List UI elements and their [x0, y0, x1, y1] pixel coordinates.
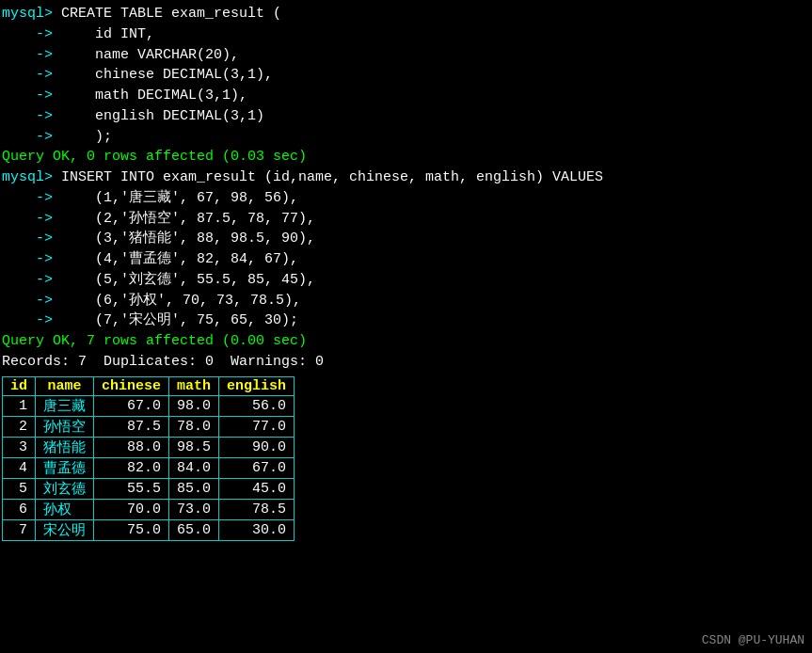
arrow-6: ->: [2, 108, 61, 124]
code-5: math DECIMAL(3,1),: [61, 88, 247, 104]
line-8: Query OK, 0 rows affected (0.03 sec): [2, 147, 810, 167]
line-15: -> (6,'孙权', 70, 73, 78.5),: [2, 291, 810, 311]
col-header-id: id: [3, 376, 36, 395]
arrow-12: ->: [2, 231, 61, 247]
line-1: mysql> CREATE TABLE exam_result (: [2, 4, 810, 24]
code-4: chinese DECIMAL(3,1),: [61, 67, 273, 83]
col-header-name: name: [36, 376, 94, 395]
line-11: -> (2,'孙悟空', 87.5, 78, 77),: [2, 209, 810, 230]
table-row: 5刘玄德55.585.045.0: [3, 478, 295, 499]
terminal: mysql> CREATE TABLE exam_result ( -> id …: [0, 0, 812, 653]
cell-english: 67.0: [219, 457, 295, 478]
cell-id: 6: [3, 499, 36, 519]
cell-id: 5: [3, 478, 36, 499]
cell-math: 65.0: [169, 519, 219, 540]
code-1: CREATE TABLE exam_result (: [61, 6, 281, 22]
code-11: (2,'孙悟空', 87.5, 78, 77),: [61, 211, 315, 227]
line-14: -> (5,'刘玄德', 55.5, 85, 45),: [2, 270, 810, 291]
line-7: -> );: [2, 127, 810, 148]
arrow-14: ->: [2, 272, 61, 288]
code-6: english DECIMAL(3,1): [61, 108, 264, 124]
code-10: (1,'唐三藏', 67, 98, 56),: [61, 190, 298, 206]
arrow-10: ->: [2, 190, 61, 206]
arrow-13: ->: [2, 251, 61, 267]
arrow-15: ->: [2, 293, 61, 309]
col-header-english: english: [219, 376, 295, 395]
code-9: INSERT INTO exam_result (id,name, chines…: [61, 169, 603, 185]
arrow-4: ->: [2, 67, 61, 83]
arrow-2: ->: [2, 26, 61, 42]
cell-math: 78.0: [169, 416, 219, 437]
cell-id: 3: [3, 437, 36, 457]
table-row: 6孙权70.073.078.5: [3, 499, 295, 519]
cell-english: 56.0: [219, 395, 295, 416]
code-14: (5,'刘玄德', 55.5, 85, 45),: [61, 272, 315, 288]
line-18: Records: 7 Duplicates: 0 Warnings: 0: [2, 352, 810, 373]
cell-english: 30.0: [219, 519, 295, 540]
cell-math: 98.5: [169, 437, 219, 457]
result-table-container: id name chinese math english 1唐三藏67.098.…: [2, 376, 810, 541]
cell-math: 73.0: [169, 499, 219, 519]
code-7: );: [61, 129, 112, 145]
cell-name: 曹孟德: [36, 457, 94, 478]
cell-id: 2: [3, 416, 36, 437]
code-3: name VARCHAR(20),: [61, 47, 239, 63]
arrow-7: ->: [2, 129, 61, 145]
table-header-row: id name chinese math english: [3, 376, 295, 395]
cell-chinese: 87.5: [94, 416, 169, 437]
cell-name: 猪悟能: [36, 437, 94, 457]
arrow-11: ->: [2, 211, 61, 227]
col-header-chinese: chinese: [94, 376, 169, 395]
cell-english: 77.0: [219, 416, 295, 437]
table-row: 4曹孟德82.084.067.0: [3, 457, 295, 478]
cell-id: 1: [3, 395, 36, 416]
line-3: -> name VARCHAR(20),: [2, 45, 810, 66]
code-15: (6,'孙权', 70, 73, 78.5),: [61, 293, 301, 309]
cell-id: 7: [3, 519, 36, 540]
result-table: id name chinese math english 1唐三藏67.098.…: [2, 376, 295, 541]
line-4: -> chinese DECIMAL(3,1),: [2, 65, 810, 86]
table-row: 3猪悟能88.098.590.0: [3, 437, 295, 457]
line-10: -> (1,'唐三藏', 67, 98, 56),: [2, 188, 810, 209]
table-row: 1唐三藏67.098.056.0: [3, 395, 295, 416]
line-2: -> id INT,: [2, 24, 810, 45]
line-6: -> english DECIMAL(3,1): [2, 106, 810, 127]
line-12: -> (3,'猪悟能', 88, 98.5, 90),: [2, 229, 810, 249]
cell-name: 孙悟空: [36, 416, 94, 437]
cell-chinese: 67.0: [94, 395, 169, 416]
cell-english: 45.0: [219, 478, 295, 499]
watermark: CSDN @PU-YUHAN: [702, 633, 804, 647]
code-16: (7,'宋公明', 75, 65, 30);: [61, 312, 298, 328]
cell-math: 85.0: [169, 478, 219, 499]
cell-chinese: 75.0: [94, 519, 169, 540]
prompt-9: mysql>: [2, 169, 61, 185]
cell-chinese: 70.0: [94, 499, 169, 519]
line-13: -> (4,'曹孟德', 82, 84, 67),: [2, 249, 810, 270]
line-17: Query OK, 7 rows affected (0.00 sec): [2, 331, 810, 352]
cell-english: 78.5: [219, 499, 295, 519]
table-row: 2孙悟空87.578.077.0: [3, 416, 295, 437]
cell-name: 宋公明: [36, 519, 94, 540]
code-12: (3,'猪悟能', 88, 98.5, 90),: [61, 231, 315, 247]
cell-math: 84.0: [169, 457, 219, 478]
cell-name: 唐三藏: [36, 395, 94, 416]
arrow-5: ->: [2, 88, 61, 104]
col-header-math: math: [169, 376, 219, 395]
cell-chinese: 88.0: [94, 437, 169, 457]
code-2: id INT,: [61, 26, 154, 42]
cell-math: 98.0: [169, 395, 219, 416]
line-5: -> math DECIMAL(3,1),: [2, 86, 810, 106]
cell-name: 孙权: [36, 499, 94, 519]
cell-chinese: 82.0: [94, 457, 169, 478]
arrow-16: ->: [2, 312, 61, 328]
line-9: mysql> INSERT INTO exam_result (id,name,…: [2, 167, 810, 188]
arrow-3: ->: [2, 47, 61, 63]
code-13: (4,'曹孟德', 82, 84, 67),: [61, 251, 298, 267]
cell-id: 4: [3, 457, 36, 478]
line-16: -> (7,'宋公明', 75, 65, 30);: [2, 311, 810, 331]
prompt-1: mysql>: [2, 6, 61, 22]
cell-english: 90.0: [219, 437, 295, 457]
cell-chinese: 55.5: [94, 478, 169, 499]
cell-name: 刘玄德: [36, 478, 94, 499]
table-row: 7宋公明75.065.030.0: [3, 519, 295, 540]
